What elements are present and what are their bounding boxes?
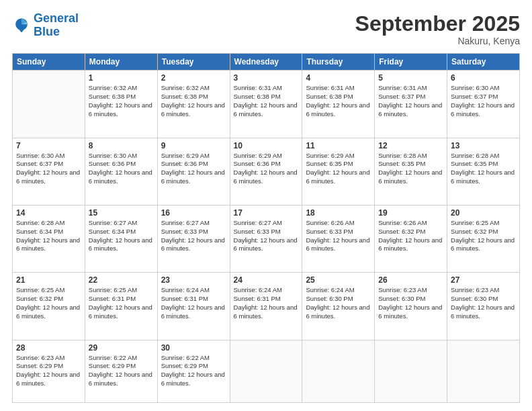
day-info: Sunrise: 6:28 AM Sunset: 6:35 PM Dayligh… — [451, 152, 516, 186]
calendar-cell: 9Sunrise: 6:29 AM Sunset: 6:36 PM Daylig… — [157, 138, 230, 205]
header-row: Sunday Monday Tuesday Wednesday Thursday… — [13, 54, 520, 71]
calendar-cell: 4Sunrise: 6:31 AM Sunset: 6:38 PM Daylig… — [302, 71, 375, 138]
day-info: Sunrise: 6:27 AM Sunset: 6:33 PM Dayligh… — [161, 219, 226, 253]
day-number: 16 — [161, 208, 226, 218]
day-info: Sunrise: 6:32 AM Sunset: 6:38 PM Dayligh… — [89, 84, 154, 118]
calendar-cell: 10Sunrise: 6:29 AM Sunset: 6:36 PM Dayli… — [230, 138, 302, 205]
day-info: Sunrise: 6:30 AM Sunset: 6:37 PM Dayligh… — [451, 84, 516, 118]
day-number: 7 — [16, 141, 81, 150]
logo: General Blue — [12, 12, 79, 39]
calendar-table: Sunday Monday Tuesday Wednesday Thursday… — [12, 53, 520, 403]
calendar-cell: 30Sunrise: 6:22 AM Sunset: 6:29 PM Dayli… — [157, 340, 230, 402]
day-info: Sunrise: 6:23 AM Sunset: 6:30 PM Dayligh… — [378, 286, 443, 320]
calendar-cell: 2Sunrise: 6:32 AM Sunset: 6:38 PM Daylig… — [157, 71, 230, 138]
calendar-cell: 15Sunrise: 6:27 AM Sunset: 6:34 PM Dayli… — [85, 205, 157, 272]
day-info: Sunrise: 6:30 AM Sunset: 6:37 PM Dayligh… — [16, 152, 81, 186]
day-number: 10 — [234, 141, 299, 150]
day-number: 6 — [451, 73, 516, 83]
day-info: Sunrise: 6:31 AM Sunset: 6:38 PM Dayligh… — [306, 84, 371, 118]
day-info: Sunrise: 6:29 AM Sunset: 6:35 PM Dayligh… — [306, 152, 371, 186]
col-monday: Monday — [85, 54, 157, 71]
week-row-1: 1Sunrise: 6:32 AM Sunset: 6:38 PM Daylig… — [13, 71, 520, 138]
col-tuesday: Tuesday — [157, 54, 230, 71]
day-number: 18 — [306, 208, 371, 218]
day-info: Sunrise: 6:28 AM Sunset: 6:34 PM Dayligh… — [16, 219, 81, 253]
calendar-cell: 27Sunrise: 6:23 AM Sunset: 6:30 PM Dayli… — [447, 273, 520, 340]
col-friday: Friday — [375, 54, 447, 71]
day-number: 27 — [451, 275, 516, 285]
col-wednesday: Wednesday — [230, 54, 302, 71]
day-number: 30 — [161, 343, 226, 353]
day-number: 2 — [161, 73, 226, 83]
day-number: 15 — [89, 208, 154, 218]
calendar-cell: 11Sunrise: 6:29 AM Sunset: 6:35 PM Dayli… — [302, 138, 375, 205]
calendar-cell: 6Sunrise: 6:30 AM Sunset: 6:37 PM Daylig… — [447, 71, 520, 138]
day-info: Sunrise: 6:29 AM Sunset: 6:36 PM Dayligh… — [234, 152, 299, 186]
day-number: 1 — [89, 73, 154, 83]
day-number: 23 — [161, 275, 226, 285]
day-info: Sunrise: 6:25 AM Sunset: 6:31 PM Dayligh… — [89, 286, 154, 320]
day-number: 28 — [16, 343, 81, 353]
calendar-cell — [447, 340, 520, 402]
day-number: 4 — [306, 73, 371, 83]
day-number: 21 — [16, 275, 81, 285]
day-number: 11 — [306, 141, 371, 150]
day-number: 14 — [16, 208, 81, 218]
day-info: Sunrise: 6:28 AM Sunset: 6:35 PM Dayligh… — [378, 152, 443, 186]
day-number: 29 — [89, 343, 154, 353]
col-saturday: Saturday — [447, 54, 520, 71]
logo-text: General Blue — [34, 12, 79, 39]
location: Nakuru, Kenya — [355, 36, 520, 46]
calendar-cell: 18Sunrise: 6:26 AM Sunset: 6:33 PM Dayli… — [302, 205, 375, 272]
week-row-4: 21Sunrise: 6:25 AM Sunset: 6:32 PM Dayli… — [13, 273, 520, 340]
day-info: Sunrise: 6:27 AM Sunset: 6:33 PM Dayligh… — [234, 219, 299, 253]
calendar-cell: 22Sunrise: 6:25 AM Sunset: 6:31 PM Dayli… — [85, 273, 157, 340]
calendar-cell: 16Sunrise: 6:27 AM Sunset: 6:33 PM Dayli… — [157, 205, 230, 272]
calendar-cell — [375, 340, 447, 402]
calendar-cell: 17Sunrise: 6:27 AM Sunset: 6:33 PM Dayli… — [230, 205, 302, 272]
calendar-cell: 8Sunrise: 6:30 AM Sunset: 6:36 PM Daylig… — [85, 138, 157, 205]
calendar-cell: 1Sunrise: 6:32 AM Sunset: 6:38 PM Daylig… — [85, 71, 157, 138]
day-info: Sunrise: 6:31 AM Sunset: 6:38 PM Dayligh… — [234, 84, 299, 118]
day-info: Sunrise: 6:23 AM Sunset: 6:29 PM Dayligh… — [16, 354, 81, 388]
day-info: Sunrise: 6:30 AM Sunset: 6:36 PM Dayligh… — [89, 152, 154, 186]
day-info: Sunrise: 6:26 AM Sunset: 6:33 PM Dayligh… — [306, 219, 371, 253]
day-number: 9 — [161, 141, 226, 150]
calendar-cell: 12Sunrise: 6:28 AM Sunset: 6:35 PM Dayli… — [375, 138, 447, 205]
day-info: Sunrise: 6:24 AM Sunset: 6:31 PM Dayligh… — [161, 286, 226, 320]
day-info: Sunrise: 6:25 AM Sunset: 6:32 PM Dayligh… — [451, 219, 516, 253]
day-info: Sunrise: 6:22 AM Sunset: 6:29 PM Dayligh… — [161, 354, 226, 388]
day-info: Sunrise: 6:24 AM Sunset: 6:30 PM Dayligh… — [306, 286, 371, 320]
calendar-cell: 28Sunrise: 6:23 AM Sunset: 6:29 PM Dayli… — [13, 340, 85, 402]
calendar-cell — [13, 71, 85, 138]
day-info: Sunrise: 6:27 AM Sunset: 6:34 PM Dayligh… — [89, 219, 154, 253]
week-row-5: 28Sunrise: 6:23 AM Sunset: 6:29 PM Dayli… — [13, 340, 520, 402]
header: General Blue September 2025 Nakuru, Keny… — [12, 12, 520, 46]
day-info: Sunrise: 6:26 AM Sunset: 6:32 PM Dayligh… — [378, 219, 443, 253]
day-number: 8 — [89, 141, 154, 150]
day-number: 17 — [234, 208, 299, 218]
week-row-2: 7Sunrise: 6:30 AM Sunset: 6:37 PM Daylig… — [13, 138, 520, 205]
calendar-cell: 3Sunrise: 6:31 AM Sunset: 6:38 PM Daylig… — [230, 71, 302, 138]
calendar-cell: 20Sunrise: 6:25 AM Sunset: 6:32 PM Dayli… — [447, 205, 520, 272]
month-title: September 2025 — [355, 12, 520, 36]
day-number: 20 — [451, 208, 516, 218]
calendar-cell: 26Sunrise: 6:23 AM Sunset: 6:30 PM Dayli… — [375, 273, 447, 340]
day-info: Sunrise: 6:25 AM Sunset: 6:32 PM Dayligh… — [16, 286, 81, 320]
calendar-cell: 21Sunrise: 6:25 AM Sunset: 6:32 PM Dayli… — [13, 273, 85, 340]
day-number: 19 — [378, 208, 443, 218]
calendar-cell: 5Sunrise: 6:31 AM Sunset: 6:37 PM Daylig… — [375, 71, 447, 138]
week-row-3: 14Sunrise: 6:28 AM Sunset: 6:34 PM Dayli… — [13, 205, 520, 272]
day-number: 26 — [378, 275, 443, 285]
calendar-cell: 29Sunrise: 6:22 AM Sunset: 6:29 PM Dayli… — [85, 340, 157, 402]
logo-general: General — [34, 11, 79, 25]
calendar-cell — [230, 340, 302, 402]
calendar-cell: 23Sunrise: 6:24 AM Sunset: 6:31 PM Dayli… — [157, 273, 230, 340]
calendar-cell: 25Sunrise: 6:24 AM Sunset: 6:30 PM Dayli… — [302, 273, 375, 340]
calendar-cell — [302, 340, 375, 402]
logo-blue: Blue — [34, 25, 60, 38]
calendar-cell: 24Sunrise: 6:24 AM Sunset: 6:31 PM Dayli… — [230, 273, 302, 340]
day-number: 13 — [451, 141, 516, 150]
logo-icon — [12, 16, 31, 35]
day-info: Sunrise: 6:23 AM Sunset: 6:30 PM Dayligh… — [451, 286, 516, 320]
